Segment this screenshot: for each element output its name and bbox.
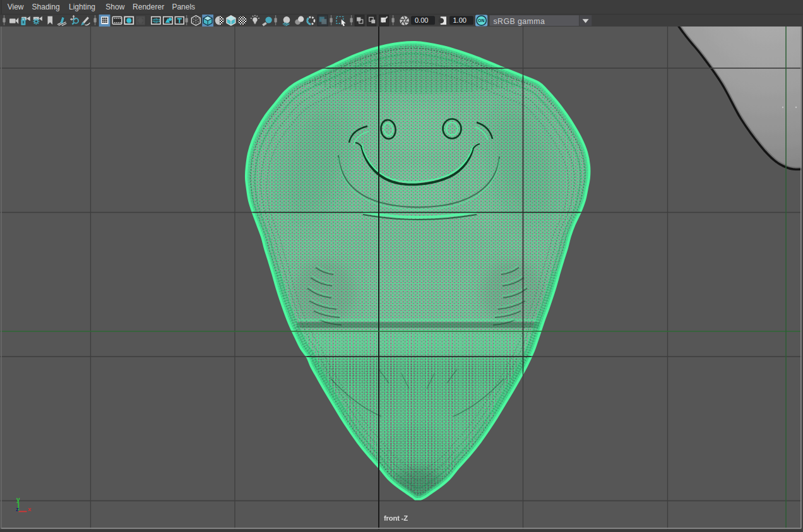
svg-text:0.00: 0.00: [415, 16, 428, 24]
svg-text:x: x: [28, 505, 32, 512]
svg-text:sRGB gamma: sRGB gamma: [494, 17, 545, 26]
svg-text:ON: ON: [478, 18, 484, 23]
svg-text:z: z: [16, 505, 19, 512]
svg-text:1.00: 1.00: [453, 16, 467, 24]
svg-text:y: y: [16, 495, 20, 503]
